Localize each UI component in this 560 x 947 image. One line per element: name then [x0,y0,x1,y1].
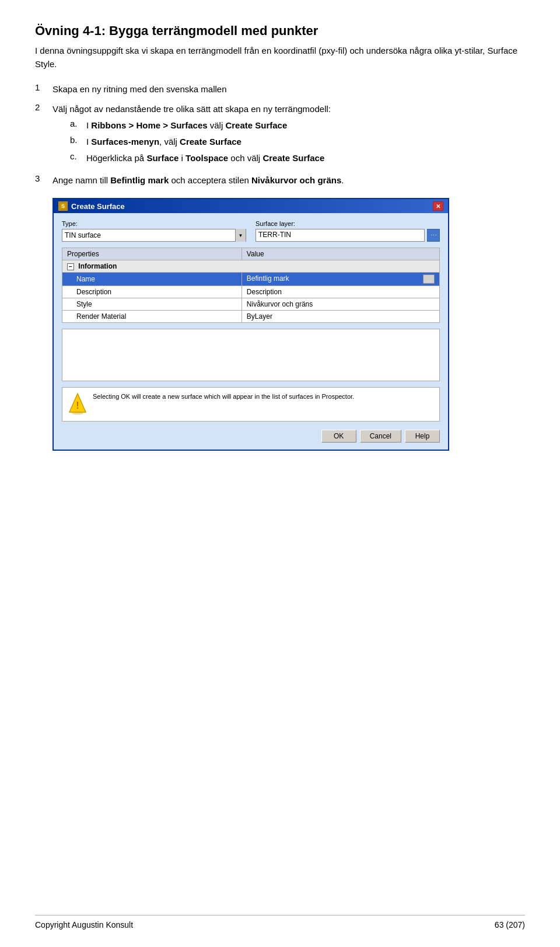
table-row-style[interactable]: Style Nivåkurvor och gräns [62,298,440,311]
toolspace-bold: Toolspace [186,153,228,163]
step-number-1: 1 [35,82,52,92]
sub-step-text-a: I Ribbons > Home > Surfaces välj Create … [86,119,287,133]
surface-layer-input-group: TERR-TIN ⋯ [256,229,440,242]
sub-step-text-c: Högerklicka på Surface i Toolspace och v… [86,151,324,165]
surface-layer-section: Surface layer: TERR-TIN ⋯ [256,220,440,242]
sub-step-c: c. Högerklicka på Surface i Toolspace oc… [70,151,331,165]
empty-scroll-area [62,329,440,381]
step-3: 3 Ange namn till Befintlig mark och acce… [35,173,525,187]
info-warning-icon: ! [68,392,87,416]
create-surface-bold-b: Create Surface [180,137,242,147]
svg-text:!: ! [76,401,79,410]
sub-step-text-b: I Surfaces-menyn, välj Create Surface [86,135,242,149]
sub-step-a: a. I Ribbons > Home > Surfaces välj Crea… [70,119,331,133]
dialog-titlebar-left: S Create Surface [58,201,125,211]
dialog-close-button[interactable]: ✕ [433,201,443,211]
surface-layer-text[interactable]: TERR-TIN [256,229,425,242]
type-combo[interactable]: TIN surface ▼ [62,229,246,242]
render-material-property-cell: Render Material [62,311,242,323]
sub-step-b: b. I Surfaces-menyn, välj Create Surface [70,135,331,149]
nivakurvor-bold: Nivåkurvor och gräns [251,175,341,185]
befintlig-mark-bold: Befintlig mark [110,175,169,185]
dialog-titlebar: S Create Surface ✕ [54,199,448,213]
step-number-2: 2 [35,102,52,112]
description-property-cell: Description [62,286,242,298]
style-value-cell: Nivåkurvor och gräns [242,298,439,311]
table-row-description[interactable]: Description Description [62,286,440,298]
info-text-label: Selecting OK will create a new surface w… [93,392,354,401]
dialog-info-section: ! Selecting OK will create a new surface… [62,387,440,422]
table-row-name[interactable]: Name Befintlig mark … [62,273,440,286]
properties-table: Properties Value − Information Name [62,248,440,323]
name-value-cell[interactable]: Befintlig mark … [242,273,439,286]
ok-button[interactable]: OK [321,430,356,443]
help-button[interactable]: Help [405,430,440,443]
style-property-cell: Style [62,298,242,311]
dialog-title-icon: S [58,201,68,211]
description-value-cell: Description [242,286,439,298]
sub-step-label-b: b. [70,135,86,145]
step-text-1: Skapa en ny ritning med den svenska mall… [52,82,227,96]
ribbons-bold: Ribbons > Home > Surfaces [91,120,207,130]
table-section-information: − Information [62,260,440,273]
dialog-title-text: Create Surface [71,202,125,211]
col-properties-header: Properties [62,248,242,260]
col-value-header: Value [242,248,439,260]
step-1: 1 Skapa en ny ritning med den svenska ma… [35,82,525,96]
name-value-text: Befintlig mark [247,274,289,283]
surfaces-menu-bold: Surfaces-menyn [91,137,159,147]
table-row-render-material[interactable]: Render Material ByLayer [62,311,440,323]
sub-step-label-a: a. [70,119,86,128]
create-surface-bold-a: Create Surface [225,120,287,130]
sub-steps: a. I Ribbons > Home > Surfaces välj Crea… [70,119,331,165]
svg-text:S: S [61,203,65,209]
cancel-button[interactable]: Cancel [360,430,401,443]
type-label: Type: [62,220,246,227]
sub-step-label-c: c. [70,151,86,161]
type-section: Type: TIN surface ▼ [62,220,246,242]
name-property-cell: Name [62,273,242,286]
step-2: 2 Välj något av nedanstående tre olika s… [35,102,525,168]
page-footer: Copyright Augustin Konsult 63 (207) [35,915,525,929]
step-number-3: 3 [35,173,52,183]
name-ellipsis-button[interactable]: … [423,274,435,284]
footer-page-number: 63 (207) [495,920,525,929]
dialog-wrapper: S Create Surface ✕ Type: TIN surface ▼ [52,198,525,451]
intro-text: I denna övningsuppgift ska vi skapa en t… [35,44,525,71]
information-label: Information [78,262,117,270]
information-section-cell: − Information [62,260,440,273]
step-text-3: Ange namn till Befintlig mark och accept… [52,173,344,187]
dialog-buttons-row: OK Cancel Help [62,427,440,443]
surface-bold: Surface [146,153,178,163]
surface-layer-label: Surface layer: [256,220,440,227]
page-title: Övning 4-1: Bygga terrängmodell med punk… [35,23,525,39]
step-text-2: Välj något av nedanstående tre olika sät… [52,104,331,114]
footer-copyright: Copyright Augustin Konsult [35,920,133,929]
render-material-value-cell: ByLayer [242,311,439,323]
type-combo-dropdown[interactable]: ▼ [235,229,246,242]
collapse-information-button[interactable]: − [67,263,74,270]
svg-point-4 [72,412,83,415]
surface-layer-pick-button[interactable]: ⋯ [427,229,440,242]
create-surface-bold-c: Create Surface [262,153,324,163]
type-combo-text: TIN surface [62,230,235,241]
create-surface-dialog: S Create Surface ✕ Type: TIN surface ▼ [52,198,449,451]
table-header-row: Properties Value [62,248,440,260]
dialog-body: Type: TIN surface ▼ Surface layer: TERR-… [54,213,448,450]
